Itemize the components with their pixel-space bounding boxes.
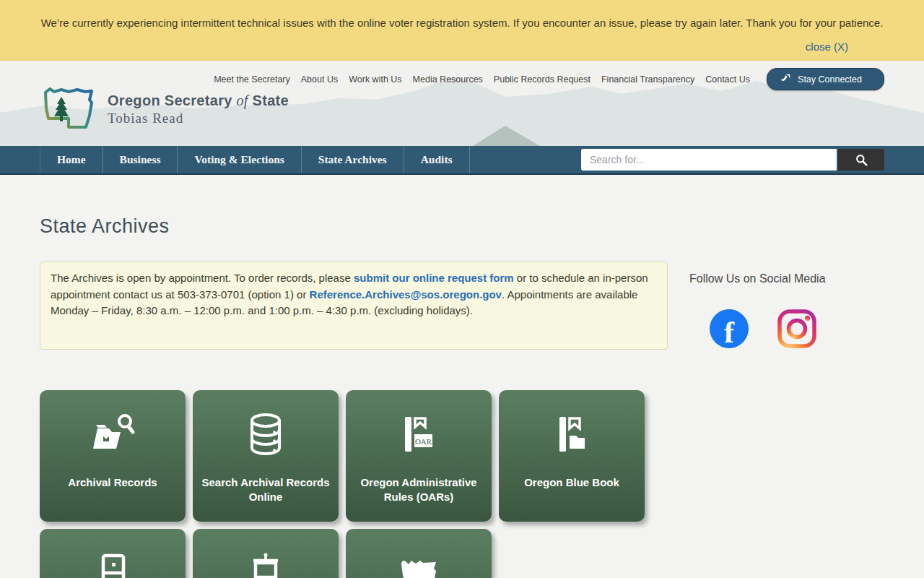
utility-link-financial-transparency[interactable]: Financial Transparency xyxy=(601,74,694,85)
file-cabinet-icon xyxy=(95,551,131,578)
alert-banner: We’re currently experiencing intermitten… xyxy=(0,0,924,61)
utility-link-contact-us[interactable]: Contact Us xyxy=(705,74,750,85)
alert-message: We’re currently experiencing intermitten… xyxy=(0,0,924,29)
instagram-glyph xyxy=(776,308,818,350)
search-icon xyxy=(855,154,868,166)
nav-item-voting-elections[interactable]: Voting & Elections xyxy=(178,146,301,173)
folder-search-icon xyxy=(87,413,138,456)
book-bookmark-oar-icon: OAR xyxy=(399,413,438,456)
oregon-state-tree-logo xyxy=(40,85,97,133)
search-input[interactable] xyxy=(581,149,837,171)
nav-item-home[interactable]: Home xyxy=(40,146,103,173)
oregon-map-icon xyxy=(396,556,441,578)
book-bookmark-folder-icon xyxy=(555,413,588,456)
tile-archival-records[interactable]: Archival Records xyxy=(40,390,186,522)
tile-presentations[interactable] xyxy=(193,529,339,578)
site-search xyxy=(581,149,884,171)
utility-link-public-records-request[interactable]: Public Records Request xyxy=(494,74,590,85)
utility-link-about-us[interactable]: About Us xyxy=(301,74,338,85)
main-navbar: Home Business Voting & Elections State A… xyxy=(0,146,924,175)
brand-title: Oregon Secretary of State xyxy=(108,92,289,109)
page-title: State Archives xyxy=(40,215,884,238)
stay-connected-button[interactable]: Stay Connected xyxy=(767,68,884,90)
oar-icon-text: OAR xyxy=(415,437,432,446)
notice-text-1: The Archives is open by appointment. To … xyxy=(51,272,354,284)
tile-oregon-blue-book[interactable]: Oregon Blue Book xyxy=(499,390,645,522)
nav-item-state-archives[interactable]: State Archives xyxy=(302,146,404,173)
nav-item-business[interactable]: Business xyxy=(103,146,178,173)
main-content: State Archives The Archives is open by a… xyxy=(40,175,884,578)
tile-label: Oregon Administrative Rules (OARs) xyxy=(346,475,492,504)
brand-title-part1: Oregon Secretary xyxy=(108,92,232,108)
projection-screen-icon xyxy=(245,551,287,578)
tile-oregon-administrative-rules[interactable]: OAR Oregon Administrative Rules (OARs) xyxy=(346,390,492,522)
alert-close-link[interactable]: close (X) xyxy=(806,40,848,53)
tile-label: Search Archival Records Online xyxy=(193,475,339,504)
online-request-form-link[interactable]: submit our online request form xyxy=(354,272,514,284)
social-heading: Follow Us on Social Media xyxy=(689,272,826,285)
brand-title-part2: State xyxy=(253,92,289,108)
brand-text: Oregon Secretary of State Tobias Read xyxy=(108,92,289,126)
stay-connected-label: Stay Connected xyxy=(798,74,862,85)
instagram-icon[interactable] xyxy=(776,308,818,350)
tile-label: Oregon Blue Book xyxy=(515,475,628,490)
satellite-dish-icon xyxy=(779,73,791,85)
social-media-section: Follow Us on Social Media xyxy=(689,262,826,350)
brand[interactable]: Oregon Secretary of State Tobias Read xyxy=(40,85,289,133)
appointment-notice: The Archives is open by appointment. To … xyxy=(40,262,668,350)
brand-title-of: of xyxy=(237,92,248,108)
utility-link-media-resources[interactable]: Media Resources xyxy=(413,74,483,85)
database-icon xyxy=(245,413,287,456)
utility-nav: Meet the Secretary About Us Work with Us… xyxy=(214,68,884,90)
nav-item-audits[interactable]: Audits xyxy=(404,146,470,173)
tile-file-cabinet[interactable] xyxy=(40,529,186,578)
reference-archives-email-link[interactable]: Reference.Archives@sos.oregon.gov xyxy=(310,288,502,301)
archives-tile-grid: Archival Records Search Archival Records… xyxy=(40,390,661,578)
tile-label: Archival Records xyxy=(59,475,165,490)
utility-link-meet-the-secretary[interactable]: Meet the Secretary xyxy=(214,74,290,85)
tile-oregon[interactable] xyxy=(346,529,492,578)
site-header: Meet the Secretary About Us Work with Us… xyxy=(0,61,924,146)
secretary-name: Tobias Read xyxy=(108,111,289,126)
tile-search-archival-records-online[interactable]: Search Archival Records Online xyxy=(193,390,339,522)
utility-link-work-with-us[interactable]: Work with Us xyxy=(349,74,401,85)
search-button[interactable] xyxy=(838,149,884,171)
facebook-icon[interactable] xyxy=(710,309,749,348)
